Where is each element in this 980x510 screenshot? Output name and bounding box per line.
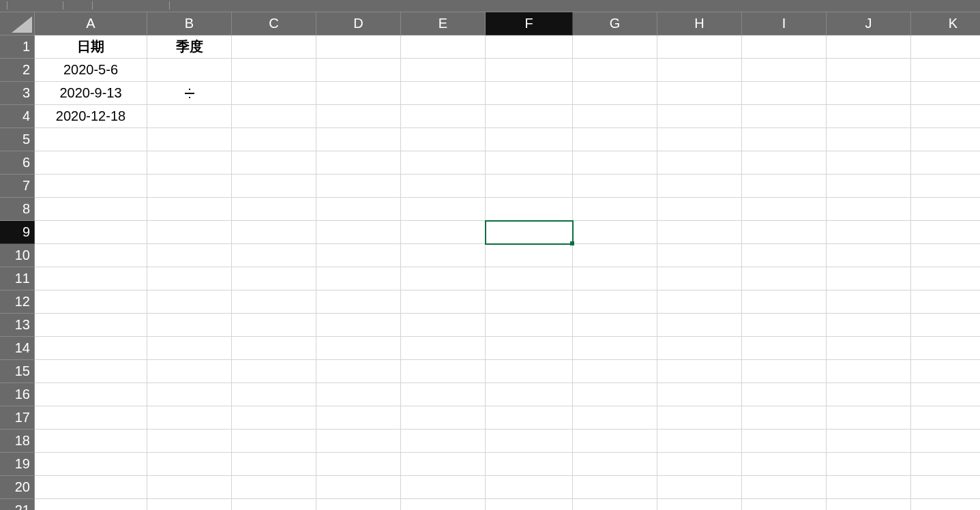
cell-D9[interactable] (316, 221, 401, 244)
cell-K20[interactable] (911, 476, 980, 499)
cell-K1[interactable] (911, 35, 980, 59)
col-header-E[interactable]: E (401, 12, 486, 35)
cell-D18[interactable] (316, 430, 401, 453)
cell-J11[interactable] (827, 267, 911, 290)
cell-G3[interactable] (573, 82, 657, 105)
cell-J1[interactable] (827, 35, 911, 59)
cell-D16[interactable] (316, 383, 401, 406)
cell-G19[interactable] (573, 453, 657, 476)
cell-A2[interactable]: 2020-5-6 (35, 59, 147, 82)
cell-B14[interactable] (147, 337, 232, 360)
cell-I21[interactable] (742, 499, 827, 510)
cell-C14[interactable] (232, 337, 316, 360)
row-header-5[interactable]: 5 (0, 128, 35, 151)
cell-H10[interactable] (657, 244, 742, 267)
cell-G2[interactable] (573, 59, 657, 82)
cell-F18[interactable] (486, 430, 573, 453)
cell-H17[interactable] (657, 406, 742, 430)
col-header-J[interactable]: J (827, 12, 911, 35)
cell-D19[interactable] (316, 453, 401, 476)
cell-J2[interactable] (827, 59, 911, 82)
cell-F7[interactable] (486, 175, 573, 198)
cell-B6[interactable] (147, 151, 232, 175)
cell-B12[interactable] (147, 290, 232, 314)
cell-J14[interactable] (827, 337, 911, 360)
col-header-K[interactable]: K (911, 12, 980, 35)
cell-I13[interactable] (742, 314, 827, 337)
cell-F9[interactable] (486, 221, 573, 244)
cell-C19[interactable] (232, 453, 316, 476)
cell-C12[interactable] (232, 290, 316, 314)
cell-F17[interactable] (486, 406, 573, 430)
cell-G10[interactable] (573, 244, 657, 267)
cell-H14[interactable] (657, 337, 742, 360)
cell-C13[interactable] (232, 314, 316, 337)
cell-G13[interactable] (573, 314, 657, 337)
cell-A7[interactable] (35, 175, 147, 198)
cell-J17[interactable] (827, 406, 911, 430)
cell-G5[interactable] (573, 128, 657, 151)
cell-G7[interactable] (573, 175, 657, 198)
cell-A9[interactable] (35, 221, 147, 244)
cell-A10[interactable] (35, 244, 147, 267)
row-header-3[interactable]: 3 (0, 82, 35, 105)
cell-J8[interactable] (827, 198, 911, 221)
cell-A16[interactable] (35, 383, 147, 406)
cell-H18[interactable] (657, 430, 742, 453)
cell-E15[interactable] (401, 360, 486, 383)
fill-handle[interactable] (570, 241, 574, 245)
cell-F3[interactable] (486, 82, 573, 105)
cell-J16[interactable] (827, 383, 911, 406)
cell-H5[interactable] (657, 128, 742, 151)
cell-A8[interactable] (35, 198, 147, 221)
cell-F14[interactable] (486, 337, 573, 360)
cell-E20[interactable] (401, 476, 486, 499)
cell-F8[interactable] (486, 198, 573, 221)
cell-K11[interactable] (911, 267, 980, 290)
cell-K21[interactable] (911, 499, 980, 510)
cell-H3[interactable] (657, 82, 742, 105)
cell-B10[interactable] (147, 244, 232, 267)
cell-K10[interactable] (911, 244, 980, 267)
cell-J13[interactable] (827, 314, 911, 337)
select-all-corner[interactable] (0, 12, 35, 35)
row-header-16[interactable]: 16 (0, 383, 35, 406)
cell-E10[interactable] (401, 244, 486, 267)
row-header-14[interactable]: 14 (0, 337, 35, 360)
cell-H21[interactable] (657, 499, 742, 510)
row-header-7[interactable]: 7 (0, 175, 35, 198)
cell-F6[interactable] (486, 151, 573, 175)
cell-F21[interactable] (486, 499, 573, 510)
col-header-G[interactable]: G (573, 12, 657, 35)
cell-D21[interactable] (316, 499, 401, 510)
col-header-F[interactable]: F (486, 12, 573, 35)
cell-H6[interactable] (657, 151, 742, 175)
cell-A11[interactable] (35, 267, 147, 290)
cell-I15[interactable] (742, 360, 827, 383)
cell-D15[interactable] (316, 360, 401, 383)
cell-E12[interactable] (401, 290, 486, 314)
cell-I16[interactable] (742, 383, 827, 406)
cell-I1[interactable] (742, 35, 827, 59)
cell-K7[interactable] (911, 175, 980, 198)
cell-F13[interactable] (486, 314, 573, 337)
cell-D11[interactable] (316, 267, 401, 290)
cell-G21[interactable] (573, 499, 657, 510)
cell-E11[interactable] (401, 267, 486, 290)
cell-C11[interactable] (232, 267, 316, 290)
cell-I7[interactable] (742, 175, 827, 198)
cell-G17[interactable] (573, 406, 657, 430)
cell-F19[interactable] (486, 453, 573, 476)
cell-J5[interactable] (827, 128, 911, 151)
cell-B1[interactable]: 季度 (147, 35, 232, 59)
row-header-2[interactable]: 2 (0, 59, 35, 82)
cell-G12[interactable] (573, 290, 657, 314)
cell-K17[interactable] (911, 406, 980, 430)
cell-B8[interactable] (147, 198, 232, 221)
row-header-4[interactable]: 4 (0, 105, 35, 128)
cell-G11[interactable] (573, 267, 657, 290)
cell-C5[interactable] (232, 128, 316, 151)
cell-H2[interactable] (657, 59, 742, 82)
col-header-H[interactable]: H (657, 12, 742, 35)
cell-I8[interactable] (742, 198, 827, 221)
